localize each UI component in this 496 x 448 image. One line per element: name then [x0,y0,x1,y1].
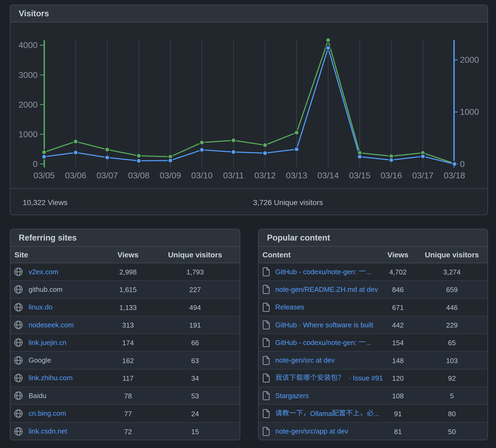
svg-text:03/06: 03/06 [65,171,86,180]
svg-text:1000: 1000 [18,129,37,139]
svg-text:3000: 3000 [18,70,37,80]
svg-text:03/13: 03/13 [286,171,307,180]
svg-text:0: 0 [33,159,38,169]
svg-text:2000: 2000 [18,100,37,109]
svg-text:03/08: 03/08 [128,171,149,180]
svg-text:03/07: 03/07 [96,171,118,180]
svg-text:03/17: 03/17 [412,171,433,180]
svg-text:03/11: 03/11 [223,171,244,180]
svg-text:03/09: 03/09 [160,171,181,180]
svg-text:4000: 4000 [18,40,37,50]
svg-text:2000: 2000 [460,55,479,65]
svg-text:03/15: 03/15 [349,171,370,180]
svg-text:03/05: 03/05 [33,171,55,180]
svg-text:03/12: 03/12 [254,171,276,180]
svg-text:03/10: 03/10 [191,171,212,180]
svg-text:0: 0 [460,159,465,169]
svg-text:03/16: 03/16 [381,171,402,180]
svg-text:03/14: 03/14 [317,171,339,180]
svg-text:1000: 1000 [460,107,479,117]
svg-text:03/18: 03/18 [444,171,465,180]
